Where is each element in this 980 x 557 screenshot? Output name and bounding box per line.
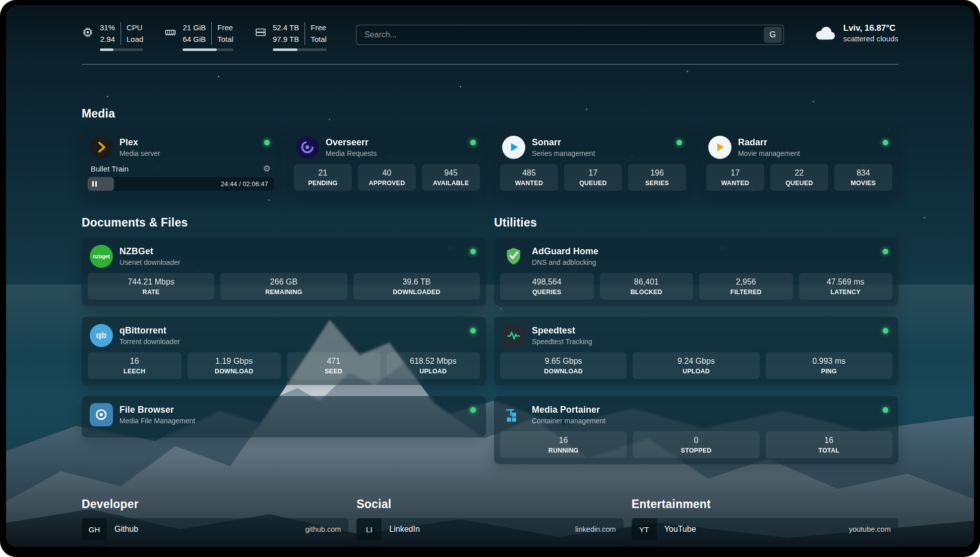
- stat-value: 834: [837, 169, 889, 178]
- stats-grid: 485WANTED17QUEUED196SERIES: [500, 164, 686, 191]
- section-title-social: Social: [356, 497, 623, 511]
- bookmark-twitter[interactable]: TWTwittertwitter.com: [356, 546, 623, 547]
- section-title-utilities: Utilities: [494, 216, 898, 230]
- disk-total-label: Total: [304, 34, 327, 45]
- stat-value: 196: [631, 169, 683, 178]
- stat-tile: 21PENDING: [294, 164, 352, 191]
- service-name: AdGuard Home: [532, 246, 598, 257]
- section-title-media: Media: [82, 107, 898, 121]
- stat-value: 1.19 Gbps: [191, 357, 278, 366]
- gear-icon[interactable]: ⚙: [263, 164, 271, 173]
- top-bar: 31% CPU 2.94 Load: [82, 22, 898, 51]
- stat-label: SEED: [290, 368, 378, 375]
- stat-value: 16: [91, 357, 178, 366]
- stat-value: 17: [709, 169, 761, 178]
- stat-label: PING: [769, 368, 889, 375]
- service-card-radarr[interactable]: RadarrMovie management17WANTED22QUEUED83…: [700, 129, 898, 197]
- service-subtitle: Media server: [119, 149, 160, 157]
- stat-label: TOTAL: [769, 447, 889, 454]
- service-name: Plex: [119, 137, 160, 148]
- stat-value: 40: [361, 169, 413, 178]
- bookmark-url: github.com: [305, 525, 341, 533]
- status-dot: [883, 407, 888, 413]
- service-card-adguard[interactable]: AdGuard HomeDNS and adblocking498,564QUE…: [494, 238, 898, 306]
- stat-label: LATENCY: [802, 289, 890, 296]
- service-card-portainer[interactable]: Media PortainerContainer management16RUN…: [494, 396, 898, 464]
- disk-usage-bar: [273, 48, 327, 51]
- stat-tile: 266 GBREMAINING: [220, 273, 347, 300]
- stat-label: RUNNING: [503, 447, 624, 454]
- disk-stats: 52.4 TB Free 97.9 TB Total: [273, 22, 327, 51]
- stat-value: 498,564: [503, 277, 591, 287]
- bookmark-abbr: LI: [356, 518, 382, 540]
- stat-value: 39.6 TB: [356, 277, 477, 287]
- stat-label: AVAILABLE: [425, 180, 477, 187]
- service-titles: SpeedtestSpeedtest Tracking: [532, 325, 592, 346]
- bookmark-abbr: TW: [356, 546, 382, 547]
- search-input[interactable]: [356, 25, 784, 45]
- service-header: RadarrMovie management: [706, 134, 892, 164]
- memory-free-label: Free: [211, 22, 233, 34]
- stats-grid: 16LEECH1.19 GbpsDOWNLOAD471SEED618.52 Mb…: [88, 352, 480, 379]
- pause-icon[interactable]: [92, 181, 97, 187]
- status-dot: [470, 328, 476, 333]
- stat-value: 47.569 ms: [802, 277, 890, 287]
- service-card-plex[interactable]: PlexMedia serverBullet Train⚙24:44 / 02:…: [82, 129, 280, 197]
- service-card-qbittorrent[interactable]: qbqBittorrentTorrent downloader16LEECH1.…: [82, 317, 486, 385]
- service-card-sonarr[interactable]: SonarrSeries management485WANTED17QUEUED…: [494, 129, 692, 197]
- service-titles: RadarrMovie management: [738, 137, 800, 157]
- service-subtitle: Media Requests: [326, 149, 377, 157]
- status-dot: [883, 328, 888, 333]
- bookmark-github[interactable]: GHGithubgithub.com: [82, 518, 348, 540]
- bookmark-linkedin[interactable]: LILinkedInlinkedin.com: [356, 518, 623, 540]
- bookmark-url: youtube.com: [849, 525, 891, 533]
- cpu-label: CPU: [120, 22, 143, 34]
- service-card-nzbget[interactable]: nzbgetNZBGetUsenet downloader744.21 Mbps…: [82, 238, 486, 306]
- stat-tile: 0STOPPED: [633, 431, 759, 458]
- bookmark-url: linkedin.com: [575, 525, 616, 533]
- search-provider-button[interactable]: G: [764, 27, 782, 43]
- memory-stats: 21 GiB Free 64 GiB Total: [182, 22, 233, 51]
- stats-grid: 17WANTED22QUEUED834MOVIES: [706, 164, 892, 191]
- stat-value: 9.24 Gbps: [636, 357, 756, 366]
- stats-grid: 21PENDING40APPROVED945AVAILABLE: [294, 164, 480, 191]
- bookmark-section-social: SocialLILinkedInlinkedin.comTWTwittertwi…: [356, 497, 623, 547]
- bookmark-netflix[interactable]: NFNetflixnetflix.com: [632, 546, 898, 547]
- middle-sections: Documents & Files nzbgetNZBGetUsenet dow…: [82, 216, 898, 464]
- service-header: SpeedtestSpeedtest Tracking: [500, 322, 892, 352]
- stat-value: 945: [425, 169, 477, 178]
- bookmark-name: YouTube: [664, 525, 696, 534]
- stat-value: 0.993 ms: [769, 357, 889, 366]
- service-card-speedtest[interactable]: SpeedtestSpeedtest Tracking9.65 GbpsDOWN…: [494, 317, 898, 385]
- speedtest-icon: [502, 324, 525, 347]
- bookmark-stackoverflow[interactable]: SOStackOverflowstackoverflow.com: [82, 546, 348, 547]
- pause-bar: [92, 181, 94, 187]
- stat-value: 471: [290, 357, 378, 366]
- disk-free-value: 52.4 TB: [273, 22, 304, 34]
- disk-icon: [255, 26, 267, 38]
- window-frame: 31% CPU 2.94 Load: [0, 0, 980, 557]
- stat-label: DOWNLOADED: [356, 289, 477, 296]
- service-card-overseerr[interactable]: OverseerrMedia Requests21PENDING40APPROV…: [288, 129, 486, 197]
- weather-widget[interactable]: Lviv, 16.87°C scattered clouds: [813, 23, 898, 43]
- playback-progress-bar[interactable]: 24:44 / 02:06:47: [88, 177, 274, 191]
- radarr-icon: [708, 136, 731, 159]
- bookmark-youtube[interactable]: YTYouTubeyoutube.com: [632, 518, 898, 540]
- bookmark-sections: DeveloperGHGithubgithub.comSOStackOverfl…: [82, 497, 898, 547]
- service-titles: SonarrSeries management: [532, 137, 595, 157]
- service-subtitle: DNS and adblocking: [532, 258, 598, 266]
- section-utilities: Utilities AdGuard HomeDNS and adblocking…: [494, 216, 898, 464]
- service-name: NZBGet: [119, 246, 180, 257]
- stat-label: QUERIES: [503, 289, 591, 296]
- disk-total-value: 97.9 TB: [273, 34, 304, 45]
- stat-tile: 1.19 GbpsDOWNLOAD: [188, 352, 281, 379]
- stat-value: 16: [503, 436, 624, 445]
- stat-label: FILTERED: [702, 289, 790, 296]
- bookmark-section-entertainment: EntertainmentYTYouTubeyoutube.comNFNetfl…: [632, 497, 898, 547]
- service-card-filebrowser[interactable]: File BrowserMedia File Management: [82, 396, 486, 437]
- cpu-stats: 31% CPU 2.94 Load: [100, 22, 143, 51]
- stat-tile: 39.6 TBDOWNLOADED: [353, 273, 480, 300]
- stat-tile: 618.52 MbpsUPLOAD: [387, 352, 480, 379]
- cpu-icon: [82, 26, 94, 38]
- bookmark-abbr: SO: [82, 546, 107, 547]
